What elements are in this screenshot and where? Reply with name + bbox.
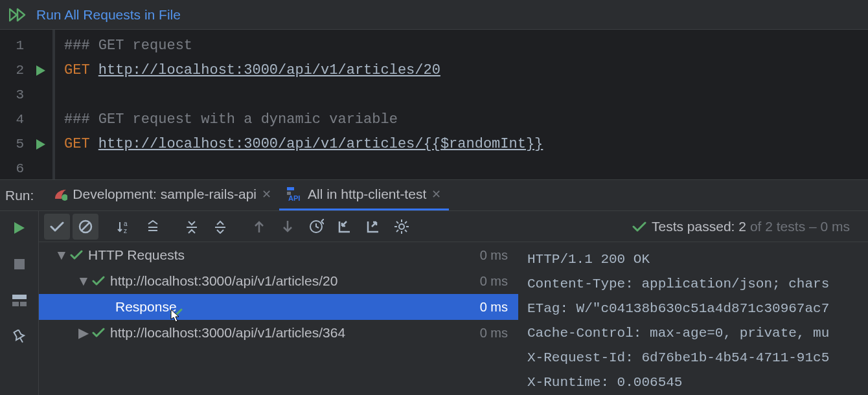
- token: http://localhost:3000/api/v1/articles/{{…: [98, 136, 543, 152]
- response-viewer[interactable]: HTTP/1.1 200 OK Content-Type: applicatio…: [518, 242, 868, 395]
- line-number: 1: [0, 34, 29, 58]
- editor[interactable]: 123456 ### GET requestGET http://localho…: [0, 30, 868, 180]
- settings-button[interactable]: [389, 214, 415, 240]
- svg-line-20: [396, 230, 398, 232]
- line-numbers: 123456: [0, 30, 29, 179]
- pin-button[interactable]: [9, 326, 30, 347]
- sort-button[interactable]: az: [111, 214, 137, 240]
- svg-point-0: [62, 194, 67, 201]
- tree-node-time: 0 ms: [480, 248, 508, 263]
- editor-line[interactable]: GET http://localhost:3000/api/v1/article…: [64, 58, 543, 83]
- tree-row[interactable]: ▼HTTP Requests0 ms: [39, 242, 518, 268]
- svg-rect-4: [14, 259, 25, 269]
- run-toolwindow-header: Run: Development: sample-rails-api ✕ API…: [0, 180, 868, 211]
- prev-button[interactable]: [246, 214, 272, 240]
- close-icon[interactable]: ✕: [262, 187, 271, 201]
- line-number: 4: [0, 107, 29, 132]
- editor-line[interactable]: [64, 157, 543, 181]
- run-label: Run:: [5, 188, 34, 203]
- editor-line[interactable]: GET http://localhost:3000/api/v1/article…: [64, 132, 543, 157]
- check-icon: [92, 328, 105, 338]
- tree-node-time: 0 ms: [480, 300, 508, 315]
- token: GET: [64, 136, 90, 152]
- summary-suffix: of 2 tests – 0 ms: [750, 219, 850, 234]
- run-all-bar[interactable]: Run All Requests in File: [0, 0, 868, 30]
- editor-line[interactable]: [64, 83, 543, 107]
- svg-text:z: z: [124, 227, 127, 234]
- chevron-down-icon[interactable]: ▼: [75, 273, 92, 289]
- svg-line-9: [82, 223, 89, 231]
- expand-button[interactable]: [140, 214, 166, 240]
- tab-http-client[interactable]: API All in http-client-test ✕: [279, 180, 449, 210]
- token: http://localhost:3000/api/v1/articles/20: [98, 62, 440, 78]
- check-icon: [70, 250, 83, 260]
- summary-prefix: Tests passed:: [652, 219, 738, 234]
- check-icon: [92, 276, 105, 286]
- token: ### GET request with a dynamic variable: [64, 111, 398, 128]
- cursor-icon: [170, 308, 183, 324]
- token: [90, 62, 98, 78]
- editor-gutter: 123456: [0, 30, 52, 179]
- chevron-right-icon[interactable]: ▶: [75, 325, 92, 341]
- tests-summary: Tests passed: 2 of 2 tests – 0 ms: [632, 219, 863, 234]
- expand-all-button[interactable]: [207, 214, 233, 240]
- tree-node-label: HTTP Requests: [88, 247, 480, 263]
- gutter-run-slot[interactable]: [29, 58, 52, 83]
- tree-row[interactable]: ▼http://localhost:3000/api/v1/articles/2…: [39, 268, 518, 294]
- results-toolbar: az: [39, 211, 868, 242]
- rails-icon: [53, 187, 67, 201]
- svg-point-13: [399, 224, 404, 229]
- chevron-down-icon[interactable]: ▼: [53, 247, 70, 263]
- svg-rect-6: [12, 302, 19, 306]
- editor-line[interactable]: ### GET request with a dynamic variable: [64, 107, 543, 132]
- line-number: 6: [0, 157, 29, 181]
- tab-label: Development: sample-rails-api: [73, 186, 257, 202]
- gutter-run-icons: [29, 30, 52, 179]
- editor-content[interactable]: ### GET requestGET http://localhost:3000…: [52, 30, 543, 179]
- run-button[interactable]: [9, 218, 30, 238]
- tree-row[interactable]: ▶http://localhost:3000/api/v1/articles/3…: [39, 320, 518, 346]
- api-icon: API: [287, 187, 303, 201]
- token: [90, 136, 98, 152]
- layout-button[interactable]: [9, 290, 30, 311]
- export-button[interactable]: [360, 214, 386, 240]
- run-icon: [36, 65, 46, 76]
- next-button[interactable]: [275, 214, 301, 240]
- tree-node-label: http://localhost:3000/api/v1/articles/36…: [110, 325, 480, 341]
- tab-development[interactable]: Development: sample-rails-api ✕: [45, 180, 279, 210]
- close-icon[interactable]: ✕: [431, 187, 441, 201]
- collapse-all-button[interactable]: [179, 214, 205, 240]
- gutter-run-slot: [29, 107, 52, 132]
- line-number: 2: [0, 58, 29, 83]
- svg-text:a: a: [124, 220, 128, 227]
- tree-node-time: 0 ms: [480, 274, 508, 289]
- test-tree[interactable]: ▼HTTP Requests0 ms▼http://localhost:3000…: [39, 242, 518, 395]
- import-button[interactable]: [332, 214, 358, 240]
- stop-button[interactable]: [9, 254, 30, 275]
- tree-row[interactable]: Response0 ms: [39, 294, 518, 320]
- editor-line[interactable]: ### GET request: [64, 34, 543, 58]
- run-all-label: Run All Requests in File: [36, 7, 181, 23]
- gutter-run-slot: [29, 157, 52, 181]
- line-number: 3: [0, 83, 29, 107]
- gutter-run-slot: [29, 34, 52, 58]
- show-passed-button[interactable]: [44, 214, 70, 240]
- svg-rect-1: [287, 187, 294, 190]
- gutter-run-slot: [29, 83, 52, 107]
- run-side-toolbar: [0, 211, 39, 395]
- svg-rect-5: [12, 295, 27, 299]
- tree-node-label: http://localhost:3000/api/v1/articles/20: [110, 273, 480, 289]
- show-ignored-button[interactable]: [73, 214, 98, 240]
- history-button[interactable]: [303, 214, 329, 240]
- gutter-run-slot[interactable]: [29, 132, 52, 157]
- line-number: 5: [0, 132, 29, 157]
- svg-line-19: [405, 230, 407, 232]
- run-icon: [36, 139, 46, 150]
- tab-label: All in http-client-test: [308, 186, 426, 202]
- tree-node-time: 0 ms: [480, 326, 508, 341]
- run-double-icon: [9, 8, 36, 22]
- svg-text:API: API: [288, 194, 300, 201]
- svg-line-21: [405, 221, 407, 223]
- summary-count: 2: [738, 219, 746, 234]
- results-center: az: [39, 211, 868, 395]
